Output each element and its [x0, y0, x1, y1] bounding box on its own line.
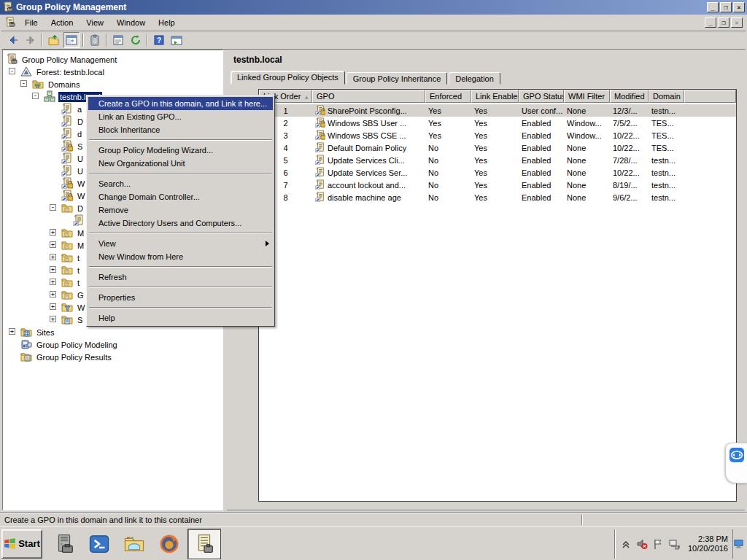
- context-menu-item-new-window-from-here[interactable]: New Window from Here: [88, 250, 273, 263]
- restore-button[interactable]: ❐: [720, 2, 732, 12]
- expand-toggle[interactable]: +: [50, 303, 56, 310]
- tree-item-label[interactable]: D: [76, 203, 85, 214]
- tree-item-group-policy-results[interactable]: Group Policy Results: [3, 351, 222, 363]
- context-menu-item-properties[interactable]: Properties: [88, 291, 273, 304]
- new-window-button[interactable]: [169, 32, 185, 48]
- context-menu-item-refresh[interactable]: Refresh: [88, 271, 273, 284]
- tree-item-forest-testnb-local[interactable]: -Forest: testnb.local: [3, 66, 222, 78]
- column-header-gpo-status[interactable]: GPO Status: [519, 90, 564, 103]
- tree-item-label[interactable]: W: [76, 303, 86, 313]
- tree-item-label[interactable]: U: [76, 154, 85, 164]
- tree-item-label[interactable]: S: [76, 141, 84, 152]
- expand-toggle[interactable]: +: [50, 241, 56, 248]
- collapse-toggle[interactable]: -: [32, 93, 39, 99]
- taskbar-app-group-policy-management[interactable]: [188, 529, 220, 559]
- tree-item-label[interactable]: W: [76, 191, 86, 201]
- column-header-enforced[interactable]: Enforced: [425, 90, 471, 103]
- menu-window[interactable]: Window: [110, 16, 152, 29]
- child-minimize-button[interactable]: _: [705, 18, 716, 28]
- tree-item-label[interactable]: D: [76, 117, 85, 127]
- table-row[interactable]: 5Update Services Cli...NoYesEnabledNone7…: [259, 154, 736, 166]
- tree-item-label[interactable]: Domains: [47, 79, 81, 90]
- expand-toggle[interactable]: +: [50, 266, 56, 273]
- tree-item-group-policy-modeling[interactable]: Group Policy Modeling: [3, 338, 222, 351]
- context-menu-item-search[interactable]: Search...: [88, 177, 273, 190]
- column-header-link-enabled[interactable]: Link Enabled: [471, 90, 519, 103]
- expand-toggle[interactable]: +: [50, 229, 56, 236]
- child-restore-button[interactable]: ❐: [718, 18, 729, 28]
- export-list-button[interactable]: [46, 32, 62, 48]
- tree-item-label[interactable]: t: [76, 253, 81, 263]
- table-row[interactable]: 7account lockout and...NoYesEnabledNone8…: [259, 179, 736, 191]
- tree-item-sites[interactable]: +Sites: [3, 326, 222, 338]
- help-button[interactable]: ?: [151, 32, 167, 48]
- tab-group-policy-inheritance[interactable]: Group Policy Inheritance: [347, 72, 447, 85]
- table-row[interactable]: 1SharePoint Psconfig...YesYesUser conf..…: [259, 104, 736, 117]
- tree-item-label[interactable]: Sites: [35, 327, 55, 338]
- minimize-button[interactable]: _: [707, 2, 719, 12]
- table-row[interactable]: 3Windows SBS CSE ...YesYesEnabledWindow.…: [259, 129, 736, 141]
- column-header-gpo[interactable]: GPO: [312, 90, 425, 103]
- clock[interactable]: 2:38 PM 10/20/2016: [688, 534, 728, 553]
- teamviewer-panel-tab[interactable]: [725, 443, 747, 483]
- menu-help[interactable]: Help: [152, 16, 182, 29]
- expand-toggle[interactable]: +: [50, 316, 56, 322]
- tree-item-label[interactable]: S: [76, 315, 84, 325]
- context-menu-item-remove[interactable]: Remove: [88, 203, 273, 217]
- table-row[interactable]: 4Default Domain PolicyNoYesEnabledNone10…: [259, 141, 736, 154]
- menu-view[interactable]: View: [80, 16, 110, 29]
- volume-muted-icon[interactable]: [636, 538, 648, 550]
- expand-toggle[interactable]: +: [9, 328, 15, 335]
- expand-toggle[interactable]: +: [50, 279, 56, 285]
- tree-item-label[interactable]: M: [76, 241, 85, 251]
- tree-item-domains[interactable]: -Domains: [3, 78, 222, 90]
- context-menu-item-active-directory-users-and-computers[interactable]: Active Directory Users and Computers...: [88, 217, 273, 230]
- context-menu-item-help[interactable]: Help: [88, 311, 273, 324]
- tree-item-label[interactable]: t: [76, 278, 81, 288]
- column-header-domain[interactable]: Domain: [649, 90, 684, 103]
- context-menu-item-change-domain-controller[interactable]: Change Domain Controller...: [88, 190, 273, 203]
- collapse-toggle[interactable]: -: [20, 80, 27, 87]
- action-center-flag-icon[interactable]: [652, 538, 664, 550]
- properties-button[interactable]: [110, 32, 126, 48]
- show-desktop-button[interactable]: [732, 529, 744, 559]
- menu-file[interactable]: File: [18, 16, 44, 29]
- tree-item-label[interactable]: W: [76, 179, 86, 189]
- tree-item-label[interactable]: Group Policy Management: [20, 55, 118, 65]
- network-icon[interactable]: [668, 538, 680, 550]
- taskbar-app-firefox[interactable]: [153, 529, 185, 559]
- tree-item-label[interactable]: M: [76, 228, 85, 238]
- column-header-wmi-filter[interactable]: WMI Filter: [564, 90, 610, 103]
- expand-toggle[interactable]: +: [50, 291, 56, 298]
- show-console-tree-button[interactable]: [63, 32, 80, 48]
- tree-item-label[interactable]: a: [76, 104, 83, 114]
- context-menu-item-create-a-gpo-in-this-domain-and-link-it-here[interactable]: Create a GPO in this domain, and Link it…: [88, 97, 273, 110]
- context-menu-item-view[interactable]: View: [88, 237, 273, 250]
- start-button[interactable]: Start: [1, 529, 42, 559]
- paste-button[interactable]: [87, 32, 103, 48]
- context-menu-item-group-policy-modeling-wizard[interactable]: Group Policy Modeling Wizard...: [88, 144, 273, 157]
- tree-item-label[interactable]: U: [76, 166, 85, 176]
- collapse-toggle[interactable]: -: [50, 204, 56, 211]
- expand-toggle[interactable]: +: [50, 254, 56, 260]
- tree-item-label[interactable]: d: [76, 129, 83, 139]
- context-menu-item-block-inheritance[interactable]: Block Inheritance: [88, 123, 273, 136]
- menu-action[interactable]: Action: [44, 16, 80, 29]
- expand-chevron-icon[interactable]: [620, 538, 632, 550]
- table-row[interactable]: 2Windows SBS User ...YesYesEnabledWindow…: [259, 117, 736, 129]
- taskbar-app-server-manager[interactable]: [48, 529, 80, 559]
- tree-item-label[interactable]: Forest: testnb.local: [35, 67, 106, 77]
- forward-button[interactable]: [23, 32, 39, 48]
- tree-item-label[interactable]: t: [76, 265, 81, 276]
- tree-item-label[interactable]: Group Policy Results: [35, 352, 113, 362]
- taskbar-app-powershell[interactable]: [83, 529, 115, 559]
- table-row[interactable]: 6Update Services Ser...NoYesEnabledNone1…: [259, 166, 736, 179]
- collapse-toggle[interactable]: -: [9, 68, 15, 74]
- tree-item-group-policy-management[interactable]: Group Policy Management: [3, 53, 222, 66]
- context-menu-item-link-an-existing-gpo[interactable]: Link an Existing GPO...: [88, 110, 273, 123]
- tab-linked-group-policy-objects[interactable]: Linked Group Policy Objects: [231, 71, 345, 85]
- tab-delegation[interactable]: Delegation: [449, 72, 500, 85]
- taskbar-app-windows-explorer[interactable]: [118, 529, 150, 559]
- tree-item-label[interactable]: G: [76, 290, 85, 300]
- tree-item-label[interactable]: Group Policy Modeling: [35, 340, 119, 350]
